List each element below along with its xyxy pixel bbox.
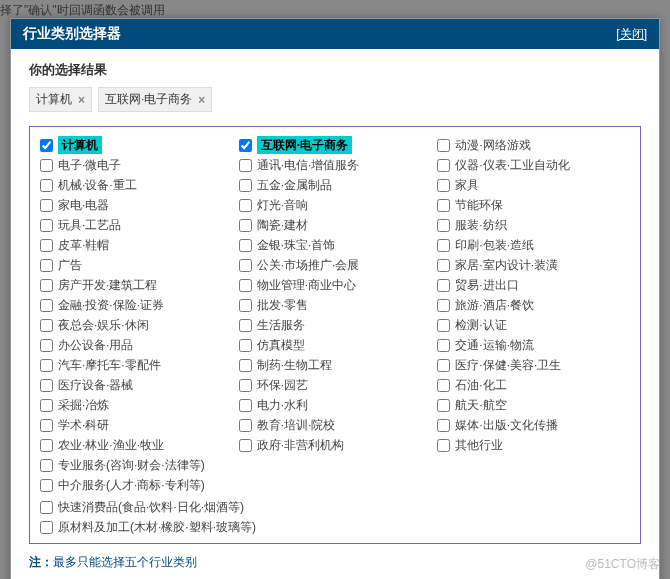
option-checkbox[interactable] — [40, 439, 53, 452]
option-checkbox[interactable] — [40, 399, 53, 412]
option-label[interactable]: 仿真模型 — [257, 336, 305, 354]
option-row[interactable]: 陶瓷·建材 — [239, 215, 432, 235]
option-row[interactable]: 原材料及加工(木材·橡胶·塑料·玻璃等) — [40, 517, 630, 537]
option-checkbox[interactable] — [239, 399, 252, 412]
option-checkbox[interactable] — [437, 179, 450, 192]
option-checkbox[interactable] — [40, 339, 53, 352]
option-label[interactable]: 医疗·保健·美容·卫生 — [455, 356, 561, 374]
option-checkbox[interactable] — [40, 199, 53, 212]
option-row[interactable]: 服装·纺织 — [437, 215, 630, 235]
option-checkbox[interactable] — [239, 199, 252, 212]
option-label[interactable]: 互联网·电子商务 — [257, 136, 352, 154]
option-checkbox[interactable] — [239, 179, 252, 192]
option-row[interactable]: 房产开发·建筑工程 — [40, 275, 233, 295]
option-label[interactable]: 五金·金属制品 — [257, 176, 332, 194]
option-checkbox[interactable] — [437, 419, 450, 432]
option-row[interactable]: 金银·珠宝·首饰 — [239, 235, 432, 255]
option-checkbox[interactable] — [40, 459, 53, 472]
option-row[interactable]: 媒体·出版·文化传播 — [437, 415, 630, 435]
option-checkbox[interactable] — [40, 359, 53, 372]
option-row[interactable]: 贸易·进出口 — [437, 275, 630, 295]
option-checkbox[interactable] — [437, 359, 450, 372]
option-label[interactable]: 房产开发·建筑工程 — [58, 276, 157, 294]
option-checkbox[interactable] — [239, 159, 252, 172]
option-label[interactable]: 汽车·摩托车·零配件 — [58, 356, 161, 374]
option-row[interactable]: 制药·生物工程 — [239, 355, 432, 375]
option-label[interactable]: 医疗设备·器械 — [58, 376, 133, 394]
option-checkbox[interactable] — [40, 501, 53, 514]
option-checkbox[interactable] — [437, 299, 450, 312]
option-checkbox[interactable] — [437, 139, 450, 152]
option-checkbox[interactable] — [239, 299, 252, 312]
option-row[interactable]: 机械·设备·重工 — [40, 175, 233, 195]
option-checkbox[interactable] — [437, 239, 450, 252]
option-row[interactable]: 广告 — [40, 255, 233, 275]
option-label[interactable]: 其他行业 — [455, 436, 503, 454]
option-checkbox[interactable] — [437, 319, 450, 332]
option-row[interactable]: 仿真模型 — [239, 335, 432, 355]
option-row[interactable]: 皮革·鞋帽 — [40, 235, 233, 255]
option-label[interactable]: 电子·微电子 — [58, 156, 121, 174]
option-row[interactable]: 物业管理·商业中心 — [239, 275, 432, 295]
option-row[interactable]: 医疗·保健·美容·卫生 — [437, 355, 630, 375]
option-label[interactable]: 机械·设备·重工 — [58, 176, 137, 194]
option-row[interactable]: 其他行业 — [437, 435, 630, 455]
option-checkbox[interactable] — [437, 219, 450, 232]
option-row[interactable]: 印刷·包装·造纸 — [437, 235, 630, 255]
option-row[interactable]: 航天·航空 — [437, 395, 630, 415]
option-label[interactable]: 采掘·冶炼 — [58, 396, 109, 414]
option-row[interactable]: 通讯·电信·增值服务 — [239, 155, 432, 175]
option-label[interactable]: 灯光·音响 — [257, 196, 308, 214]
option-label[interactable]: 政府·非营利机构 — [257, 436, 344, 454]
close-link[interactable]: [关闭] — [616, 26, 647, 43]
option-checkbox[interactable] — [40, 239, 53, 252]
option-label[interactable]: 广告 — [58, 256, 82, 274]
option-row[interactable]: 学术·科研 — [40, 415, 233, 435]
option-row[interactable]: 石油·化工 — [437, 375, 630, 395]
option-label[interactable]: 环保·园艺 — [257, 376, 308, 394]
option-row[interactable]: 医疗设备·器械 — [40, 375, 233, 395]
option-label[interactable]: 计算机 — [58, 136, 102, 154]
option-row[interactable]: 电力·水利 — [239, 395, 432, 415]
option-label[interactable]: 皮革·鞋帽 — [58, 236, 109, 254]
option-row[interactable]: 检测·认证 — [437, 315, 630, 335]
option-checkbox[interactable] — [40, 419, 53, 432]
option-row[interactable]: 政府·非营利机构 — [239, 435, 432, 455]
option-label[interactable]: 服装·纺织 — [455, 216, 506, 234]
option-row[interactable]: 仪器·仪表·工业自动化 — [437, 155, 630, 175]
option-row[interactable]: 采掘·冶炼 — [40, 395, 233, 415]
option-label[interactable]: 动漫·网络游戏 — [455, 136, 530, 154]
option-row[interactable]: 互联网·电子商务 — [239, 135, 432, 155]
option-row[interactable]: 旅游·酒店·餐饮 — [437, 295, 630, 315]
option-row[interactable]: 中介服务(人才·商标·专利等) — [40, 475, 233, 495]
option-row[interactable]: 五金·金属制品 — [239, 175, 432, 195]
option-label[interactable]: 教育·培训·院校 — [257, 416, 336, 434]
option-checkbox[interactable] — [40, 139, 53, 152]
option-checkbox[interactable] — [239, 379, 252, 392]
option-label[interactable]: 学术·科研 — [58, 416, 109, 434]
option-row[interactable]: 教育·培训·院校 — [239, 415, 432, 435]
option-row[interactable]: 专业服务(咨询·财会·法律等) — [40, 455, 233, 475]
option-checkbox[interactable] — [239, 339, 252, 352]
option-label[interactable]: 电力·水利 — [257, 396, 308, 414]
option-checkbox[interactable] — [239, 439, 252, 452]
option-checkbox[interactable] — [437, 159, 450, 172]
option-label[interactable]: 中介服务(人才·商标·专利等) — [58, 476, 205, 494]
option-label[interactable]: 旅游·酒店·餐饮 — [455, 296, 534, 314]
option-row[interactable]: 家具 — [437, 175, 630, 195]
option-label[interactable]: 仪器·仪表·工业自动化 — [455, 156, 570, 174]
option-label[interactable]: 贸易·进出口 — [455, 276, 518, 294]
option-checkbox[interactable] — [239, 279, 252, 292]
option-row[interactable]: 农业·林业·渔业·牧业 — [40, 435, 233, 455]
option-checkbox[interactable] — [40, 379, 53, 392]
option-checkbox[interactable] — [40, 299, 53, 312]
option-label[interactable]: 生活服务 — [257, 316, 305, 334]
option-row[interactable]: 动漫·网络游戏 — [437, 135, 630, 155]
option-label[interactable]: 玩具·工艺品 — [58, 216, 121, 234]
option-row[interactable]: 批发·零售 — [239, 295, 432, 315]
option-label[interactable]: 金融·投资·保险·证券 — [58, 296, 164, 314]
option-row[interactable]: 家电·电器 — [40, 195, 233, 215]
option-row[interactable]: 夜总会·娱乐·休闲 — [40, 315, 233, 335]
option-checkbox[interactable] — [40, 479, 53, 492]
option-checkbox[interactable] — [437, 259, 450, 272]
